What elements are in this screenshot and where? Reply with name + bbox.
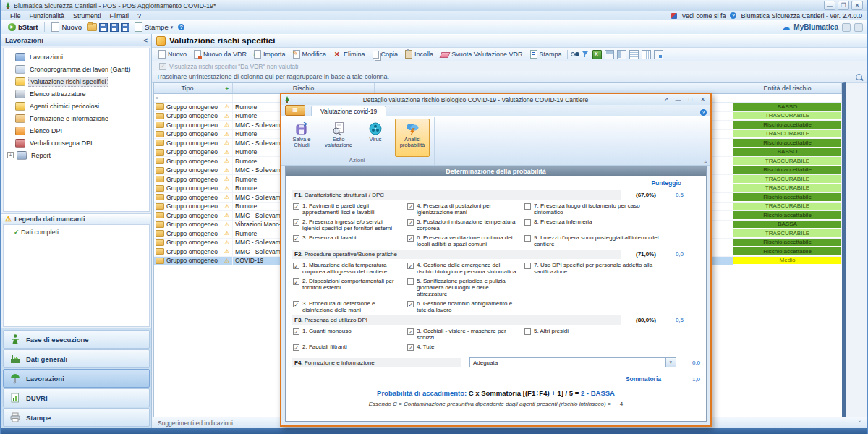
nav-duvri[interactable]: DUVRI (3, 388, 150, 407)
save-icon[interactable] (99, 23, 108, 32)
checkbox[interactable]: ✓ (293, 235, 299, 242)
vedi-come-si-fa-link[interactable]: Vedi come si fa (681, 12, 726, 20)
checkbox-item[interactable]: 7. Uso DPI specifici per personale addet… (524, 262, 662, 275)
checkbox-item[interactable]: ✓6. Presenza ventilazione continua dei l… (407, 234, 524, 247)
checkbox-item[interactable]: 7. Presenza luogo di isolamento per caso… (524, 203, 662, 216)
checkbox[interactable]: ✓ (407, 203, 414, 210)
checkbox[interactable]: ✓ (407, 263, 414, 269)
checkbox[interactable] (524, 263, 531, 269)
column-header-tipo[interactable]: Tipo (154, 83, 221, 93)
ribbon-salva-e-chiudi[interactable]: Salva e Chiudi (284, 119, 319, 157)
app-menu-button[interactable]: ▦ (285, 105, 305, 116)
checkbox[interactable]: ✓ (293, 301, 299, 307)
search-icon[interactable] (856, 74, 862, 80)
checkbox-item[interactable]: ✓2. Facciali filtranti (293, 344, 407, 351)
save-as-icon[interactable] (110, 23, 119, 32)
checkbox[interactable]: ✓ (407, 235, 414, 242)
dropdown-arrow-icon[interactable]: ▾ (665, 358, 676, 367)
sidebar-item-elenco-attrezzature[interactable]: Elenco attrezzature (4, 88, 149, 100)
filter-cell-icon[interactable] (221, 94, 233, 102)
menu-strumenti[interactable]: Strumenti (69, 12, 106, 20)
checkbox[interactable]: ✓ (407, 328, 414, 335)
checkbox[interactable]: ✓ (293, 263, 299, 269)
dialog-help-icon[interactable]: ? (700, 109, 707, 116)
find-icon[interactable] (571, 51, 579, 59)
stampe-button[interactable]: Stampe ▾ (132, 22, 176, 33)
sidebar-item-valutazione-rischi-specifici[interactable]: Valutazione rischi specifici (4, 75, 149, 88)
checkbox-item[interactable]: ✓6. Gestione ricambio abbigliamento e tu… (407, 300, 524, 313)
expand-icon[interactable]: + (7, 152, 14, 158)
my-blumatica-link[interactable]: MyBlumatica (793, 23, 838, 31)
chevron-down-icon[interactable]: ˇ (859, 420, 861, 427)
checkbox[interactable]: ✓ (407, 219, 414, 226)
toolbar-svuota-valutazione-vdr[interactable]: Svuota Valutazione VDR (437, 49, 526, 60)
checkbox[interactable]: ✓ (293, 219, 299, 226)
popout-icon[interactable]: ↗ (661, 96, 671, 103)
sidebar-item-report[interactable]: +Report (4, 149, 149, 161)
column-header-rischio[interactable]: Rischio (233, 83, 375, 93)
checkbox[interactable]: ✓ (293, 278, 299, 285)
checkbox-item[interactable]: 9. I mezzi d'opera sono posteggiati all'… (524, 234, 662, 247)
toolbar-copia[interactable]: Copia (369, 49, 402, 60)
menu-[interactable]: ? (133, 12, 145, 20)
sidebar-item-verbali-consegna-dpi[interactable]: Verbali consegna DPI (4, 137, 149, 149)
nav-fase-di-esecuzione[interactable]: Fase di esecuzione (3, 330, 150, 349)
checkbox-item[interactable]: ✓5. Postazioni misurazione temperatura c… (407, 218, 524, 231)
close-icon[interactable]: ✕ (698, 96, 707, 103)
checkbox[interactable] (524, 219, 531, 226)
toolbar-stampa[interactable]: Stampa (527, 49, 566, 60)
export-icon[interactable] (592, 50, 602, 59)
apps-icon[interactable] (854, 23, 863, 32)
checkbox[interactable] (524, 203, 531, 210)
checkbox-item[interactable]: ✓2. Disposizioni comportamentali per for… (293, 278, 407, 297)
checkbox[interactable]: ✓ (159, 63, 166, 70)
collapse-icon[interactable]: < (143, 36, 148, 44)
checkbox-item[interactable]: ✓4. Tute (407, 344, 524, 351)
checkbox-item[interactable]: 8. Presenza infermeria (524, 218, 662, 231)
toolbar-importa[interactable]: Importa (250, 49, 289, 60)
sidebar-item-lavorazioni[interactable]: Lavorazioni (4, 51, 149, 63)
menu-file[interactable]: File (6, 12, 25, 20)
sidebar-item-elenco-dpi[interactable]: Elenco DPI (4, 124, 149, 137)
checkbox-item[interactable]: ✓3. Presenza di lavabi (293, 234, 407, 247)
rows-icon[interactable] (642, 50, 651, 59)
checkbox-item[interactable]: ✓3. Procedura di detersione e disinfezio… (293, 300, 407, 313)
ribbon-collapse-icon[interactable]: ▵ (704, 158, 707, 164)
open-folder-icon[interactable] (87, 23, 97, 31)
layout-icon[interactable] (617, 50, 626, 59)
checkbox[interactable]: ✓ (407, 344, 414, 351)
toolbar-modifica[interactable]: Modifica (289, 49, 331, 60)
nuovo-button[interactable]: Nuovo (48, 22, 84, 33)
checkbox[interactable]: ✓ (293, 328, 299, 335)
grid-view-icon[interactable] (629, 50, 639, 59)
checkbox-item[interactable]: 5. Sanificazione periodica e pulizia gio… (407, 278, 524, 297)
nav-lavorazioni[interactable]: Lavorazioni (3, 369, 150, 388)
toolbar-nuovo[interactable]: Nuovo (155, 49, 190, 60)
checkbox-item[interactable]: ✓3. Occhiali - visiere - maschere per sc… (407, 328, 524, 341)
checkbox-item[interactable]: 5. Altri presidi (524, 328, 662, 341)
account-icon[interactable] (842, 23, 851, 32)
checkbox-item[interactable]: ✓4. Gestione delle emergenze del rischio… (407, 262, 524, 275)
checkbox[interactable] (524, 235, 531, 242)
checkbox[interactable]: ✓ (293, 344, 299, 351)
sidebar-item-cronoprogramma-dei-lavori-gantt[interactable]: Cronoprogramma dei lavori (Gantt) (4, 63, 149, 75)
save-all-icon[interactable] (121, 23, 129, 32)
checkbox-item[interactable]: ✓2. Presenza ingressi e/o servizi igieni… (293, 218, 407, 231)
toolbar-elimina[interactable]: Elimina (330, 49, 369, 60)
print-setup-icon[interactable] (666, 51, 674, 59)
groupby-bar[interactable]: Trascinare un'intestazione di colonna qu… (152, 71, 867, 83)
tab-valutazione-covid-19[interactable]: Valutazione covid-19 (311, 106, 386, 116)
restore-icon[interactable]: ❐ (838, 1, 849, 10)
minimize-icon[interactable]: — (824, 1, 835, 10)
checkbox-item[interactable]: ✓4. Presenza di postazioni per igienizza… (407, 203, 524, 216)
sidebar-item-formazione-e-informazione[interactable]: Formazione e informazione (4, 112, 149, 124)
ribbon-analisi-probabilit[interactable]: Analisi probabilità (395, 119, 430, 157)
column-header-entita[interactable]: Entità del rischio (733, 83, 842, 93)
menu-funzionalit[interactable]: Funzionalità (25, 12, 69, 20)
menu-filmati[interactable]: Filmati (106, 12, 134, 20)
ribbon-esito-valutazione[interactable]: Esito valutazione (321, 119, 356, 157)
toolbar-nuovo-da-vdr[interactable]: Nuovo da VDR (190, 49, 250, 60)
bstart-button[interactable]: ▶ bStart (5, 22, 41, 33)
checkbox[interactable]: ✓ (293, 203, 299, 210)
filter-cell-entita[interactable] (733, 94, 842, 102)
